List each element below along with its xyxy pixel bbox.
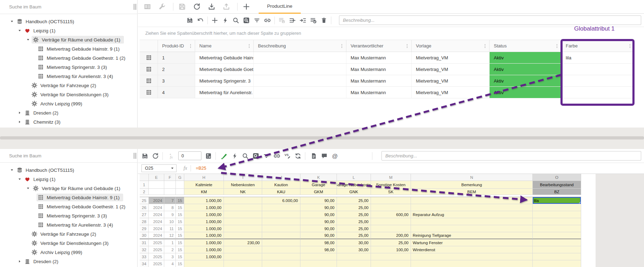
link-button[interactable]	[273, 152, 280, 159]
caret-down-icon[interactable]	[16, 28, 23, 33]
caret-down-icon[interactable]	[16, 176, 23, 182]
description-input-bottom[interactable]	[381, 151, 641, 161]
column-header-H[interactable]: H	[184, 174, 224, 181]
tree-item-mietvertrag-f-r-aurelienstr-3-4[interactable]: Mietvertrag für Aurelienstr. 3 (4)	[0, 220, 137, 229]
cell-L31[interactable]: 30,00	[337, 239, 371, 246]
cell-K1[interactable]: Garage	[300, 181, 337, 189]
cell-vorlage-row4[interactable]: Mietvertrag_VM	[412, 87, 490, 98]
quick-action-button[interactable]	[231, 152, 238, 159]
tree-item-mietvertrag-geb-ude-goethestr-1-2[interactable]: Mietvertrag Gebäude Goethestr. 1 (2)	[0, 53, 137, 63]
table-row-product-2[interactable]: 2Mietvertrag Gebäude Goethestr. 1Max Mus…	[140, 64, 635, 75]
cell-G1[interactable]	[176, 181, 184, 189]
cell-N34[interactable]	[411, 260, 533, 267]
column-menu-icon[interactable]	[339, 44, 344, 48]
cell-I33[interactable]	[224, 253, 262, 260]
cell-G29[interactable]: 15	[176, 225, 184, 232]
cell-L34[interactable]	[337, 260, 371, 267]
tree-item-mietvertrag-springerstr-3-3[interactable]: Mietvertrag Springerstr. 3 (3)	[0, 63, 137, 72]
row-header-25[interactable]: 25	[140, 197, 149, 204]
cell-H1[interactable]: Kaltmiete	[184, 181, 224, 189]
table-icon[interactable]	[140, 87, 158, 98]
cell-L25[interactable]: 25,00	[337, 197, 371, 204]
cell-I27[interactable]	[224, 211, 262, 218]
cell-H2[interactable]: KM	[184, 189, 224, 195]
caret-down-icon[interactable]	[25, 185, 32, 191]
cell-J32[interactable]	[262, 246, 300, 253]
save-grid-button[interactable]	[186, 17, 193, 24]
cell-verantwortlicher-row3[interactable]: Max Mustermann	[346, 75, 412, 86]
delete-row-button[interactable]	[320, 17, 327, 24]
filter-button[interactable]	[253, 17, 260, 24]
cell-M29[interactable]	[371, 225, 411, 232]
cell-G34[interactable]: 15	[176, 260, 184, 267]
cell-N27[interactable]: Reparatur Aufzug	[411, 211, 533, 218]
cell-I2[interactable]: NK	[224, 189, 262, 195]
tree-item-vertr-ge-f-r-r-ume-und-geb-ude-1[interactable]: Verträge für Räume und Gebäude (1)	[0, 35, 137, 44]
cell-farbe-row3[interactable]	[562, 75, 635, 86]
cell-L27[interactable]: 25,00	[337, 211, 371, 218]
cell-G31[interactable]: 15	[176, 239, 184, 246]
tree-item-vertr-ge-f-r-fahrzeuge-2[interactable]: Verträge für Fahrzeuge (2)	[0, 81, 137, 90]
cell-E31[interactable]: 2025	[149, 239, 164, 246]
column-header-M[interactable]: M	[371, 174, 411, 181]
cell-N26[interactable]	[411, 204, 533, 211]
cell-O33[interactable]	[533, 253, 581, 260]
cell-L30[interactable]: 25,00	[337, 232, 371, 239]
cell-K2[interactable]: GKM	[300, 189, 337, 195]
cell-verantwortlicher-row2[interactable]: Max Mustermann	[346, 64, 412, 75]
versions-compare-button[interactable]: VS	[284, 152, 291, 159]
row-header-29[interactable]: 29	[140, 225, 149, 232]
cell-M1[interactable]: Sonstige Kosten	[371, 181, 411, 189]
column-menu-icon[interactable]	[188, 44, 193, 48]
row-header-30[interactable]: 30	[140, 232, 149, 239]
column-header-verantwortlicher[interactable]: Verantwortlicher	[346, 40, 412, 52]
cell-beschreibung-row3[interactable]	[254, 75, 346, 86]
search-advanced-button[interactable]	[252, 152, 259, 159]
export-upload-button[interactable]	[223, 3, 230, 11]
table-row-product-4[interactable]: 4Mietvertrag für Aurelienstr. 3Max Muste…	[140, 87, 635, 98]
cell-E28[interactable]: 2024	[149, 218, 164, 225]
table-row-product-3[interactable]: 3Mietvertrag Springerstr. 3Max Musterman…	[140, 75, 635, 87]
cell-M25[interactable]	[371, 197, 411, 204]
cell-produkt_id-row4[interactable]: 4	[158, 87, 195, 98]
cell-E26[interactable]: 2024	[149, 204, 164, 211]
cell-L33[interactable]	[337, 253, 371, 260]
formula-input[interactable]: =B25	[196, 166, 206, 171]
cell-beschreibung-row4[interactable]	[254, 87, 346, 98]
cell-H34[interactable]	[184, 260, 224, 267]
column-header-N[interactable]: N	[411, 174, 533, 181]
column-header-vorlage[interactable]: Vorlage	[412, 40, 490, 52]
cell-M2[interactable]: SK	[371, 189, 411, 195]
row-header-31[interactable]: 31	[140, 239, 149, 246]
cell-N28[interactable]	[411, 218, 533, 225]
cell-J30[interactable]	[262, 232, 300, 239]
tree-item-vertr-ge-f-r-r-ume-und-geb-ude-1[interactable]: Verträge für Räume und Gebäude (1)	[0, 184, 137, 193]
cell-F25[interactable]: 7	[164, 197, 176, 204]
row-header-34[interactable]: 34	[140, 260, 149, 267]
row-header-2[interactable]: 2	[140, 189, 149, 195]
row-header-28[interactable]: 28	[140, 218, 149, 225]
link-button[interactable]	[264, 17, 271, 24]
row-header-27[interactable]: 27	[140, 211, 149, 218]
cell-produkt_id-row2[interactable]: 2	[158, 64, 195, 75]
cell-H29[interactable]: 1.000,00	[184, 225, 224, 232]
cell-N25[interactable]	[411, 197, 533, 204]
formula-toggle-button[interactable]: fx	[168, 152, 175, 159]
column-menu-icon[interactable]	[405, 44, 410, 48]
cell-O2[interactable]: BZ	[533, 189, 581, 195]
cell-name-row1[interactable]: Mietvertrag Gebäude Hainstr. 9	[195, 52, 254, 63]
cell-E1[interactable]	[149, 181, 164, 189]
cell-farbe-row2[interactable]	[562, 64, 635, 75]
cell-J34[interactable]	[262, 260, 300, 267]
search-advanced-button[interactable]	[243, 17, 250, 24]
cell-I1[interactable]: Nebenkosten	[224, 181, 262, 189]
comment-button[interactable]	[321, 152, 328, 159]
cell-G28[interactable]: 15	[176, 218, 184, 225]
cell-K30[interactable]: 90,00	[300, 232, 337, 239]
tree-item-mietvertrag-springerstr-3-3[interactable]: Mietvertrag Springerstr. 3 (3)	[0, 211, 137, 220]
cell-L29[interactable]: 25,00	[337, 225, 371, 232]
cell-O30[interactable]	[533, 232, 581, 239]
cell-status-row2[interactable]: Aktiv	[490, 64, 562, 75]
caret-down-icon[interactable]	[25, 37, 32, 43]
cell-E33[interactable]: 2025	[149, 253, 164, 260]
